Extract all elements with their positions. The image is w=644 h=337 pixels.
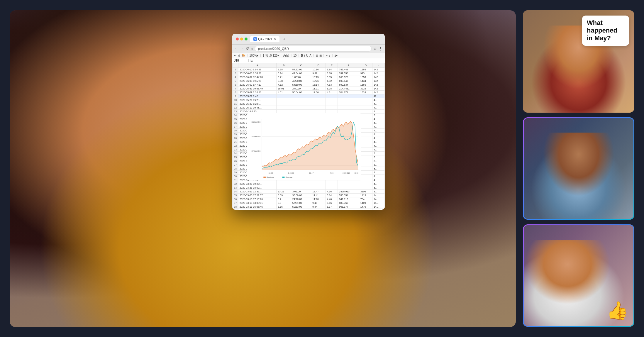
table-cell[interactable]: 42... [372,94,385,98]
table-cell[interactable]: 142 [372,67,385,71]
table-cell[interactable]: 3... [372,189,385,193]
table-cell[interactable]: 699.534 [338,83,359,87]
row-number[interactable]: 9 [233,94,238,98]
table-cell[interactable]: 59:53:00 [291,205,311,209]
home-button[interactable]: ⌂ [251,46,253,51]
table-cell[interactable]: 9:44 [311,205,326,209]
table-cell[interactable]: 1919 [359,209,372,210]
bookmark-icon[interactable]: ☆ [373,46,377,51]
table-cell[interactable] [359,102,372,106]
table-cell[interactable] [277,102,291,106]
browser-tab[interactable]: G Q4 - 2021 ✕ [250,36,279,42]
row-number[interactable]: 5 [233,79,238,83]
table-cell[interactable]: 2020-03-18 17:13:26 [238,197,277,201]
table-cell[interactable]: 50:04:00 [291,90,311,94]
table-cell[interactable]: 11:21 [311,87,326,90]
table-cell[interactable]: 3306 [359,189,372,193]
table-cell[interactable]: 1366 [359,83,372,87]
table-cell[interactable]: 142 [372,71,385,75]
table-cell[interactable]: 1113 [359,193,372,197]
row-number[interactable]: 32 [233,182,238,186]
table-cell[interactable] [291,186,311,189]
table-cell[interactable]: 4... [372,98,385,102]
row-number[interactable]: 33 [233,186,238,189]
row-number[interactable]: 11 [233,102,238,106]
table-cell[interactable]: 6.16 [277,205,291,209]
table-cell[interactable] [277,182,291,186]
table-cell[interactable]: 4.12 [277,83,291,87]
table-cell[interactable] [326,186,338,189]
table-cell[interactable]: 54:30:00 [291,83,311,87]
table-cell[interactable]: 2020-03-25 19:25:... [238,182,277,186]
row-number[interactable]: 25 [233,155,238,159]
back-button[interactable]: ← [235,46,238,51]
table-cell[interactable]: 12:30 [311,90,326,94]
row-number[interactable]: 12 [233,106,238,109]
table-cell[interactable]: 142 [372,90,385,94]
table-cell[interactable]: 3... [372,167,385,170]
table-cell[interactable]: 5.14 [277,71,291,75]
toolbar-dollar[interactable]: $ [263,54,265,57]
table-cell[interactable]: 4... [372,144,385,148]
table-cell[interactable] [277,186,291,189]
row-number[interactable]: 3 [233,71,238,75]
table-cell[interactable]: 2020-03-11 17:32:... [238,209,277,210]
refresh-button[interactable]: ↺ [246,46,249,51]
table-cell[interactable] [326,106,338,109]
table-cell[interactable] [311,186,326,189]
table-cell[interactable]: 142 [372,87,385,90]
table-cell[interactable]: 6.16 [326,201,338,205]
table-cell[interactable]: 3:02:00 [291,189,311,193]
toolbar-font[interactable]: Arial [283,54,289,57]
minimize-button[interactable] [240,38,243,40]
toolbar-format[interactable]: .0 123▾ [269,54,279,57]
table-cell[interactable]: 142 [372,75,385,79]
row-number[interactable]: 35 [233,193,238,197]
row-number[interactable]: 36 [233,197,238,201]
table-cell[interactable]: 52:48:00 [291,209,311,210]
table-cell[interactable]: 13.22 [277,189,291,193]
table-cell[interactable] [338,94,359,98]
table-cell[interactable]: 142 [372,83,385,87]
toolbar-zoom[interactable]: 100%▾ [250,54,259,57]
table-cell[interactable] [326,102,338,106]
table-cell[interactable]: 4... [372,174,385,178]
table-cell[interactable]: 49:28:00 [291,79,311,83]
table-cell[interactable] [338,102,359,106]
menu-icon[interactable]: ⋮ [379,46,382,51]
table-cell[interactable]: 2020-03-20 17:21:57 [238,193,277,197]
table-cell[interactable]: 749.558 [338,71,359,75]
forward-button[interactable]: → [240,46,244,51]
table-cell[interactable] [311,182,326,186]
table-cell[interactable]: 4.46 [326,197,338,201]
table-cell[interactable] [326,98,338,102]
table-cell[interactable] [359,182,372,186]
toolbar-align-h[interactable]: ≡ [326,54,328,57]
table-cell[interactable]: 1524 [359,90,372,94]
row-number[interactable]: 17 [233,125,238,128]
toolbar-underline[interactable]: U [306,54,308,57]
table-cell[interactable] [338,106,359,109]
table-cell[interactable] [359,106,372,109]
table-cell[interactable]: 5.43 [277,209,291,210]
table-cell[interactable]: 49:54:00 [291,71,311,75]
table-cell[interactable]: 3... [372,155,385,159]
table-cell[interactable]: 993 [359,71,372,75]
toolbar-print[interactable]: 🖨 [238,54,240,57]
table-cell[interactable]: 12:26 [311,79,326,83]
table-cell[interactable]: 2020-05-27 6:42:... [238,94,277,98]
table-cell[interactable]: 2020-06-02 5:47:17 [238,83,277,87]
row-number[interactable]: 28 [233,167,238,170]
table-cell[interactable] [291,94,311,98]
table-cell[interactable]: 2020-06-10 6:54:55 [238,67,277,71]
close-button[interactable] [236,38,239,40]
toolbar-bold[interactable]: B [301,54,303,57]
toolbar-fontcolor[interactable]: A [309,54,311,57]
row-number[interactable]: 6 [233,83,238,87]
toolbar-fontsize[interactable]: 10 [293,54,296,57]
maximize-button[interactable] [245,38,248,40]
cell-reference[interactable]: J18 [234,59,249,62]
table-cell[interactable]: 2020-06-07 12:44:28 [238,75,277,79]
table-cell[interactable] [311,102,326,106]
table-cell[interactable]: 3... [372,151,385,155]
